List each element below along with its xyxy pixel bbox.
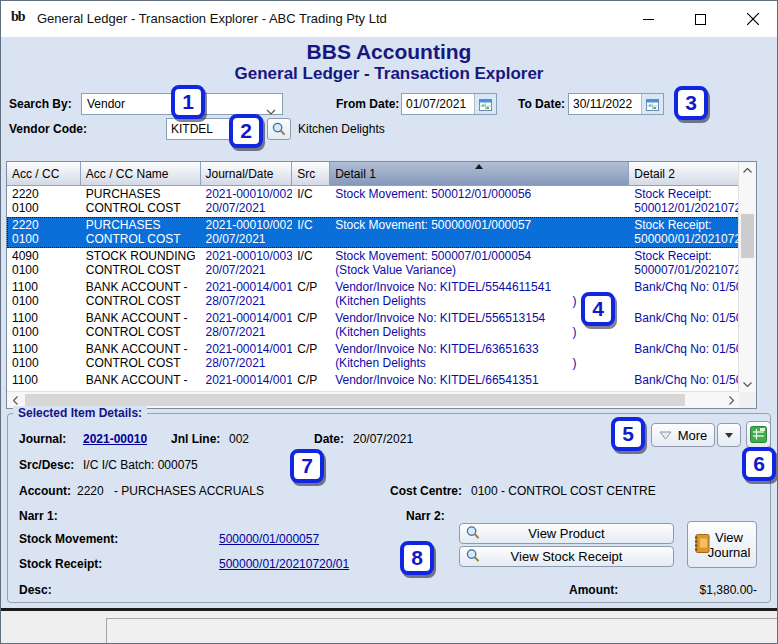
chevron-right-icon xyxy=(729,396,734,405)
cell-text: C/P xyxy=(297,373,330,387)
sort-ascending-icon xyxy=(475,164,483,169)
maximize-button[interactable] xyxy=(675,1,725,37)
date-value: 20/07/2021 xyxy=(353,432,413,446)
status-bar xyxy=(1,608,777,643)
column-header-acc-cc-name[interactable]: Acc / CC Name xyxy=(81,162,201,186)
cell-text: PURCHASES xyxy=(86,218,201,232)
view-journal-button[interactable]: View Journal xyxy=(687,521,757,568)
cell-text: STOCK ROUNDING xyxy=(86,249,201,263)
grid-header: Acc / CC Acc / CC Name Journal/Date Src … xyxy=(7,162,756,186)
amount-value: $1,380.00- xyxy=(700,583,757,597)
table-row[interactable]: 11000100BANK ACCOUNT -CONTROL COST2021-0… xyxy=(7,310,739,341)
chevron-up-icon xyxy=(743,168,752,173)
scroll-down-button[interactable] xyxy=(739,376,756,392)
annotation-badge-5: 5 xyxy=(611,417,645,451)
cell-text: Stock Movement: 500012/01/000056 xyxy=(335,187,629,201)
horizontal-scroll-thumb[interactable] xyxy=(25,394,685,406)
table-cell: 22200100 xyxy=(7,217,81,248)
cell-text: 2021-00010/002 xyxy=(205,187,292,201)
cell-text: PURCHASES xyxy=(86,187,201,201)
minimize-button[interactable] xyxy=(623,1,673,37)
cell-text: CONTROL COST xyxy=(86,325,201,339)
table-cell: BANK ACCOUNT -CONTROL COST xyxy=(81,279,201,310)
more-button[interactable]: More xyxy=(651,423,715,447)
cell-text: Stock Receipt: xyxy=(634,187,739,201)
page-title: BBS Accounting xyxy=(1,40,777,64)
stock-movement-link[interactable]: 500000/01/000057 xyxy=(219,532,319,546)
cell-text: I/C xyxy=(297,187,330,201)
column-header-detail2[interactable]: Detail 2 xyxy=(629,162,756,186)
column-header-src[interactable]: Src xyxy=(292,162,330,186)
to-date-calendar-button[interactable] xyxy=(641,94,663,114)
stock-receipt-link[interactable]: 500000/01/20210720/01 xyxy=(219,557,349,571)
from-date-calendar-button[interactable] xyxy=(474,94,496,114)
journal-link[interactable]: 2021-00010 xyxy=(83,432,147,446)
window-title: General Ledger - Transaction Explorer - … xyxy=(37,11,387,26)
table-cell: 2021-00014/00128/07/2021 xyxy=(200,279,292,310)
table-rows: 22200100PURCHASESCONTROL COST2021-00010/… xyxy=(7,186,739,392)
table-row[interactable]: 1100 BANK ACCOUNT - 2021-00014/001 C/PVe… xyxy=(7,372,739,392)
journal-book-icon xyxy=(694,533,710,556)
table-cell: 40900100 xyxy=(7,248,81,279)
cell-text: I/C xyxy=(297,249,330,263)
search-by-value: Vendor xyxy=(87,97,125,111)
cell-text: CONTROL COST xyxy=(86,356,201,370)
cell-text: 1100 xyxy=(12,311,81,325)
cell-text: I/C xyxy=(297,218,330,232)
table-row[interactable]: 11000100BANK ACCOUNT -CONTROL COST2021-0… xyxy=(7,279,739,310)
from-date-field[interactable]: 01/07/2021 xyxy=(401,93,497,115)
scroll-up-button[interactable] xyxy=(739,162,756,178)
table-cell: I/C xyxy=(292,248,330,279)
cell-text: 0100 xyxy=(12,325,81,339)
table-cell: Stock Movement: 500000/01/000057 xyxy=(330,217,629,248)
close-button[interactable] xyxy=(727,1,778,37)
maximize-icon xyxy=(695,14,706,25)
table-cell: Stock Receipt:500000/01/20210720/0 xyxy=(629,217,739,248)
cell-text: Bank/Chq No: 01/5003 xyxy=(634,373,739,387)
account-name: - PURCHASES ACCRUALS xyxy=(114,484,264,498)
table-row[interactable]: 40900100STOCK ROUNDINGCONTROL COST2021-0… xyxy=(7,248,739,279)
account-label: Account: xyxy=(19,484,71,498)
cell-text: BANK ACCOUNT - xyxy=(86,311,201,325)
table-cell: Bank/Chq No: 01/5003 xyxy=(629,310,739,341)
table-cell: C/P xyxy=(292,279,330,310)
annotation-badge-6: 6 xyxy=(742,447,776,481)
table-cell: 11000100 xyxy=(7,341,81,372)
to-date-field[interactable]: 30/11/2022 xyxy=(568,93,664,115)
cell-text: Stock Movement: 500000/01/000057 xyxy=(335,218,629,232)
cell-text: 28/07/2021 xyxy=(205,356,292,370)
cost-centre-value: 0100 - CONTROL COST CENTRE xyxy=(471,484,656,498)
column-header-detail1[interactable]: Detail 1 xyxy=(330,162,629,186)
cell-text xyxy=(335,201,629,215)
more-dropdown-button[interactable] xyxy=(717,423,741,447)
table-cell: Stock Movement: 500012/01/000056 xyxy=(330,186,629,217)
vertical-scroll-thumb[interactable] xyxy=(741,214,754,258)
chevron-down-icon xyxy=(743,382,752,387)
table-cell: Stock Receipt:500007/01/20210720/0 xyxy=(629,248,739,279)
column-header-acc-cc[interactable]: Acc / CC xyxy=(7,162,81,186)
table-row[interactable]: 22200100PURCHASESCONTROL COST2021-00010/… xyxy=(7,186,739,217)
table-row[interactable]: 11000100BANK ACCOUNT -CONTROL COST2021-0… xyxy=(7,341,739,372)
cell-text: C/P xyxy=(297,280,330,294)
annotation-badge-1: 1 xyxy=(171,85,205,119)
export-excel-button[interactable] xyxy=(746,421,771,448)
vendor-search-button[interactable] xyxy=(267,118,291,140)
cell-text: 28/07/2021 xyxy=(205,325,292,339)
table-row[interactable]: 22200100PURCHASESCONTROL COST2021-00010/… xyxy=(7,217,739,248)
table-cell: C/P xyxy=(292,341,330,372)
view-product-button[interactable]: View Product xyxy=(459,523,674,544)
table-cell: PURCHASESCONTROL COST xyxy=(81,186,201,217)
scroll-right-button[interactable] xyxy=(723,392,739,408)
cell-text: 4090 xyxy=(12,249,81,263)
cell-text: 0100 xyxy=(12,201,81,215)
table-cell: 2021-00014/00128/07/2021 xyxy=(200,341,292,372)
search-icon xyxy=(466,525,480,542)
cell-text: BANK ACCOUNT - xyxy=(86,373,201,387)
stock-receipt-label: Stock Receipt: xyxy=(19,557,102,571)
vertical-scrollbar[interactable] xyxy=(738,162,756,392)
cell-text: (Kitchen Delights ) xyxy=(335,356,629,370)
cell-text: (Stock Value Variance) xyxy=(335,263,629,277)
column-header-journal-date[interactable]: Journal/Date xyxy=(201,162,293,186)
view-stock-receipt-button[interactable]: View Stock Receipt xyxy=(459,546,674,567)
cell-text: CONTROL COST xyxy=(86,294,201,308)
